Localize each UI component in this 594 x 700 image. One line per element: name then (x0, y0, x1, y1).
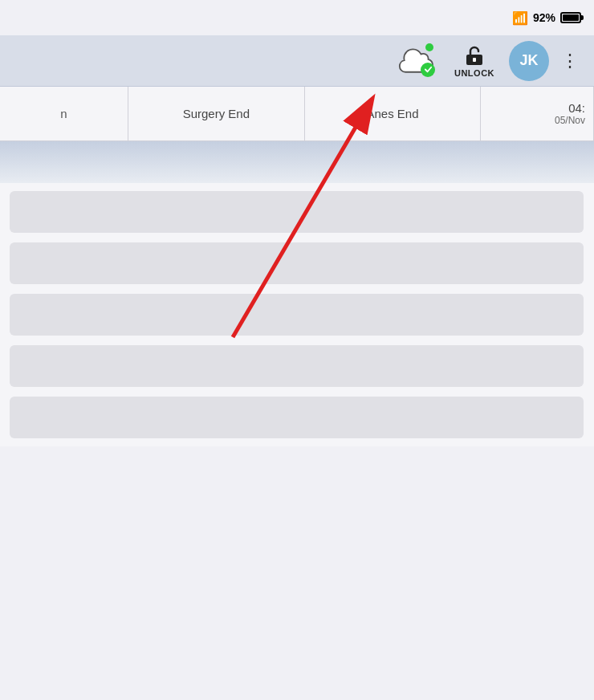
table-row (10, 397, 584, 438)
rows-container (0, 183, 594, 446)
toolbar: UNLOCK JK ⋮ (0, 35, 594, 87)
table-row (10, 345, 584, 387)
cloud-check-badge (421, 63, 435, 77)
avatar-initials: JK (519, 52, 538, 69)
table-row (10, 191, 584, 233)
column-headers: n Surgery End Anes End 04: 05/Nov (0, 87, 594, 141)
cloud-sync-button[interactable] (392, 37, 440, 85)
col-time-label: 04: (568, 101, 585, 115)
more-icon: ⋮ (561, 51, 580, 71)
battery-percent: 92% (533, 11, 555, 24)
unlock-label: UNLOCK (454, 68, 494, 78)
col-header-surgery-end: Surgery End (128, 87, 305, 140)
col-surgery-end-label: Surgery End (183, 107, 250, 120)
wifi-icon: 📶 (512, 10, 528, 26)
table-row (10, 294, 584, 336)
svg-rect-1 (473, 58, 476, 62)
status-bar: 📶 92% (0, 0, 594, 35)
col-header-time: 04: 05/Nov (481, 87, 594, 140)
cloud-icon-wrap (398, 47, 433, 75)
col-date-sub: 05/Nov (555, 115, 585, 126)
table-row (10, 242, 584, 284)
unlock-icon (463, 44, 486, 67)
battery-icon (560, 12, 581, 23)
user-avatar[interactable]: JK (509, 41, 549, 81)
col-anes-end-label: Anes End (367, 107, 419, 120)
main-content (0, 141, 594, 446)
col-header-left-text: n (60, 107, 67, 120)
col-header-left: n (0, 87, 128, 140)
unlock-button[interactable]: UNLOCK (446, 39, 502, 83)
col-header-anes-end: Anes End (305, 87, 482, 140)
more-menu-button[interactable]: ⋮ (555, 47, 584, 75)
gradient-header (0, 141, 594, 183)
